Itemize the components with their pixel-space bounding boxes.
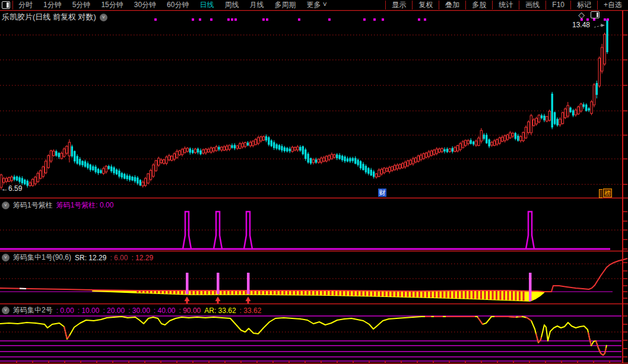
panel2-label-row: ˅ 筹码1号紫柱 筹码1号紫柱: 0.00 <box>2 200 113 210</box>
panel3-sr-value: SR: 12.29 <box>75 254 106 262</box>
panel4-indicator-name[interactable]: 筹码集中2号 <box>13 305 53 315</box>
high-price-arrow <box>594 24 605 27</box>
trading-app-window: 分时1分钟5分钟15分钟30分钟60分钟日线周线月线多周期更多 ˅ 显示复权叠加… <box>0 0 628 364</box>
toolbar-period-item-3[interactable]: 15分钟 <box>96 0 128 10</box>
panel2-graphics <box>0 212 621 249</box>
panel2-indicator-value: 筹码1号紫柱: 0.00 <box>56 200 114 210</box>
title-chevron-down-icon[interactable]: ˅ <box>100 14 107 21</box>
panel3-hatches <box>138 291 524 301</box>
toolbar-period-item-7[interactable]: 周线 <box>219 0 244 10</box>
event-badge-finance[interactable]: 财 <box>378 189 386 197</box>
panel4-ar-value: AR: 33.62 <box>204 306 236 315</box>
panel3-label-row: ˅ 筹码集中1号(90,6) SR: 12.29 : 6.00 : 12.29 <box>2 253 153 263</box>
panel3-graphics <box>0 258 627 301</box>
toolbar-action-item-1[interactable]: 复权 <box>412 1 439 9</box>
toolbar-action-item-0[interactable]: 显示 <box>385 1 412 9</box>
price-high-label: 13.48 <box>572 21 590 29</box>
panel3-chevron-icon[interactable]: ˅ <box>2 254 9 261</box>
panel4-level-10: : 10.00 <box>78 306 100 315</box>
toolbar-period-item-0[interactable]: 分时 <box>13 0 38 10</box>
panel3-value-2: : 12.29 <box>131 254 153 262</box>
chart-title: 乐凯胶片(日线 前复权 对数) <box>2 12 96 23</box>
panel2-chevron-icon[interactable]: ˅ <box>2 202 9 209</box>
toolbar-action-item-2[interactable]: 叠加 <box>439 1 465 9</box>
chart-title-bar: 乐凯胶片(日线 前复权 对数) ˅ <box>2 12 107 23</box>
diamond-icon[interactable]: ◇ <box>578 11 585 19</box>
panel4-level-90: : 90.00 <box>179 306 201 315</box>
toolbar-period-item-8[interactable]: 月线 <box>244 0 269 10</box>
toolbar-period-item-10[interactable]: 更多 ˅ <box>301 0 332 10</box>
toolbar-actions: 显示复权叠加多股统计画线F10标记+自选 <box>385 0 628 10</box>
toolbar-period-item-2[interactable]: 5分钟 <box>67 0 96 10</box>
signal-dots <box>154 18 609 21</box>
panel3-buy-arrows <box>185 296 251 304</box>
toolbar-action-item-5[interactable]: 画线 <box>519 1 545 9</box>
main-candles <box>0 19 608 190</box>
panel4-level-0: : 0.00 <box>56 306 74 315</box>
panel-toggle-icon[interactable] <box>591 11 600 18</box>
toolbar-period-item-5[interactable]: 60分钟 <box>161 0 194 10</box>
toolbar: 分时1分钟5分钟15分钟30分钟60分钟日线周线月线多周期更多 ˅ 显示复权叠加… <box>0 0 628 10</box>
panel4-graphics <box>0 316 621 361</box>
panel4-level-40: : 40.00 <box>154 306 176 315</box>
panel4-label-row: ˅ 筹码集中2号 : 0.00 : 10.00 : 20.00 : 30.00 … <box>2 305 261 315</box>
panel4-ar-value-red: : 33.62 <box>240 306 262 315</box>
toolbar-periods: 分时1分钟5分钟15分钟30分钟60分钟日线周线月线多周期更多 ˅ <box>0 0 332 10</box>
toolbar-action-item-4[interactable]: 统计 <box>492 1 519 9</box>
panel4-chevron-icon[interactable]: ˅ <box>2 306 9 314</box>
panel2-indicator-name[interactable]: 筹码1号紫柱 <box>13 200 53 210</box>
toolbar-action-item-3[interactable]: 多股 <box>465 1 492 9</box>
panel4-level-20: : 20.00 <box>103 306 125 315</box>
panel3-value-1: : 6.00 <box>110 254 128 262</box>
toolbar-action-item-8[interactable]: +自选 <box>597 1 628 9</box>
price-low-label: ←6.59 <box>1 184 22 193</box>
event-badge-partial[interactable] <box>599 189 602 198</box>
event-badge-list[interactable]: 榜 <box>603 189 612 197</box>
chart-corner-icons: ◇ <box>578 11 600 19</box>
toolbar-period-item-4[interactable]: 30分钟 <box>129 0 161 10</box>
toolbar-period-item-6[interactable]: 日线 <box>194 0 219 10</box>
panel4-level-30: : 30.00 <box>128 306 150 315</box>
panel3-indicator-name[interactable]: 筹码集中1号(90,6) <box>13 253 71 263</box>
app-icon[interactable] <box>2 1 10 9</box>
toolbar-action-item-7[interactable]: 标记 <box>570 1 597 9</box>
toolbar-action-item-6[interactable]: F10 <box>545 1 570 9</box>
toolbar-period-item-9[interactable]: 多周期 <box>269 0 301 10</box>
toolbar-period-item-1[interactable]: 1分钟 <box>38 0 67 10</box>
